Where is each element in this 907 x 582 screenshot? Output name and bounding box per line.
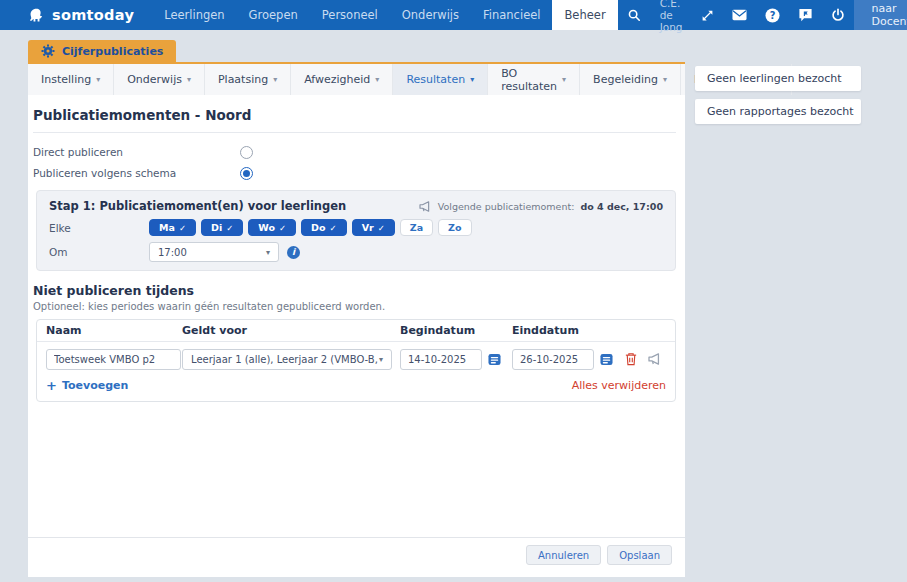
chevron-down-icon: ▾: [379, 355, 383, 364]
day-toggle-do[interactable]: Do✓: [301, 219, 347, 236]
time-select-value: 17:00: [158, 247, 187, 258]
subnav-item-resultaten[interactable]: Resultaten▾: [393, 64, 488, 95]
exclusions-table-header: Naam Geldt voor Begindatum Einddatum: [37, 320, 675, 342]
logout-power-icon[interactable]: [822, 0, 854, 30]
save-button[interactable]: Opslaan: [607, 545, 672, 565]
column-header-einddatum: Einddatum: [512, 324, 675, 337]
naar-docent-button[interactable]: naar Docent: [854, 0, 907, 30]
day-label: Di: [211, 222, 222, 233]
check-icon: ✓: [226, 223, 233, 233]
nav-item-groepen[interactable]: Groepen: [237, 0, 310, 30]
radio-row-direct: Direct publiceren: [33, 143, 685, 161]
begindatum-input[interactable]: [400, 349, 482, 370]
naam-input[interactable]: [46, 349, 181, 370]
chevron-down-icon: ▾: [187, 75, 191, 84]
elke-label: Elke: [49, 222, 149, 234]
day-label: Vr: [362, 222, 374, 233]
chevron-down-icon: ▾: [273, 75, 277, 84]
brand-name: somtoday: [52, 7, 134, 23]
gear-icon: [41, 44, 55, 58]
chevron-down-icon: ▾: [470, 75, 474, 84]
nav-item-personeel[interactable]: Personeel: [310, 0, 390, 30]
help-icon[interactable]: ?: [756, 0, 789, 30]
next-publication-moment: Volgende publicatiemoment: do 4 dec, 17:…: [419, 201, 663, 212]
main-menu: Leerlingen Groepen Personeel Onderwijs F…: [152, 0, 617, 30]
page-title: Publicatiemomenten - Noord: [33, 107, 676, 133]
user-name[interactable]: C.E. de Jong: [650, 0, 693, 30]
exclusions-subtitle: Optioneel: kies periodes waarin géén res…: [33, 301, 685, 312]
day-toggle-wo[interactable]: Wo✓: [248, 219, 296, 236]
sidebar-card-recent-rapportages[interactable]: Geen rapportages bezocht: [695, 99, 861, 124]
chevron-down-icon: ▾: [266, 248, 270, 257]
step1-title: Stap 1: Publicatiemoment(en) voor leerli…: [49, 199, 346, 213]
row-megaphone-icon[interactable]: [648, 353, 662, 365]
add-row-link[interactable]: + Toevoegen: [46, 379, 128, 392]
subnav-item-plaatsing[interactable]: Plaatsing▾: [205, 64, 291, 95]
radio-row-schema: Publiceren volgens schema: [33, 164, 685, 182]
subnav-label: Plaatsing: [218, 73, 268, 86]
chevron-down-icon: ▾: [96, 75, 100, 84]
begindatum-calendar-icon[interactable]: [488, 353, 501, 366]
step1-header: Stap 1: Publicatiemoment(en) voor leerli…: [49, 199, 663, 213]
nav-item-beheer[interactable]: Beheer: [552, 0, 617, 30]
subnav-label: Begeleiding: [593, 73, 658, 86]
subnav-label: Resultaten: [406, 73, 465, 86]
info-icon[interactable]: i: [287, 246, 300, 259]
subnav-label: Onderwijs: [127, 73, 182, 86]
main-panel: Publicatiemomenten - Noord Direct public…: [28, 95, 685, 577]
mail-icon[interactable]: [723, 0, 756, 30]
remove-all-link[interactable]: Alles verwijderen: [572, 379, 666, 392]
top-navbar: somtoday Leerlingen Groepen Personeel On…: [0, 0, 907, 30]
om-label: Om: [49, 246, 149, 258]
next-moment-label: Volgende publicatiemoment:: [438, 201, 575, 212]
radio-schema-label: Publiceren volgens schema: [33, 167, 240, 179]
nav-item-leerlingen[interactable]: Leerlingen: [152, 0, 236, 30]
om-row: Om 17:00 ▾ i: [49, 242, 663, 262]
subnav-label: BO resultaten: [501, 67, 557, 93]
day-toggle-za[interactable]: Za: [400, 219, 433, 236]
day-toggle-di[interactable]: Di✓: [201, 219, 243, 236]
column-header-naam: Naam: [37, 324, 182, 337]
sidebar-card-recent-leerlingen[interactable]: Geen leerlingen bezocht: [695, 66, 861, 91]
subnav-item-afwezigheid[interactable]: Afwezigheid▾: [291, 64, 393, 95]
einddatum-input[interactable]: [512, 349, 594, 370]
time-select[interactable]: 17:00 ▾: [149, 242, 279, 262]
chevron-down-icon: ▾: [375, 75, 379, 84]
megaphone-icon: [419, 201, 432, 212]
check-icon: ✓: [378, 223, 385, 233]
check-icon: ✓: [279, 223, 286, 233]
day-label: Zo: [448, 222, 461, 233]
day-toggle-vr[interactable]: Vr✓: [352, 219, 395, 236]
subnav: Instelling▾ Onderwijs▾ Plaatsing▾ Afwezi…: [28, 62, 685, 95]
einddatum-calendar-icon[interactable]: [600, 353, 613, 366]
day-toggle-zo[interactable]: Zo: [438, 219, 471, 236]
subnav-item-instelling[interactable]: Instelling▾: [28, 64, 114, 95]
subnav-item-begeleiding[interactable]: Begeleiding▾: [580, 64, 681, 95]
table-row: Leerjaar 1 (alle), Leerjaar 2 (VMBO-B, V…: [37, 342, 675, 376]
radio-publiceren-volgens-schema[interactable]: [240, 167, 253, 180]
somtoday-logo-icon: [28, 7, 45, 24]
brand[interactable]: somtoday: [0, 0, 152, 30]
day-label: Za: [410, 222, 423, 233]
search-icon[interactable]: [618, 0, 650, 30]
feedback-icon[interactable]: [789, 0, 822, 30]
tab-cijferpublicaties[interactable]: Cijferpublicaties: [28, 40, 176, 62]
add-row-label: Toevoegen: [62, 379, 128, 392]
radio-direct-label: Direct publiceren: [33, 146, 240, 158]
nav-item-onderwijs[interactable]: Onderwijs: [390, 0, 471, 30]
nav-item-financieel[interactable]: Financieel: [471, 0, 552, 30]
column-header-begindatum: Begindatum: [400, 324, 512, 337]
exclusions-title: Niet publiceren tijdens: [33, 283, 685, 298]
subnav-item-onderwijs[interactable]: Onderwijs▾: [114, 64, 205, 95]
subnav-item-bo-resultaten[interactable]: BO resultaten▾: [488, 64, 580, 95]
geldt-voor-select[interactable]: Leerjaar 1 (alle), Leerjaar 2 (VMBO-B, V…: [182, 349, 392, 370]
cancel-button[interactable]: Annuleren: [526, 545, 601, 565]
radio-direct-publiceren[interactable]: [240, 146, 253, 159]
fullscreen-expand-icon[interactable]: [692, 0, 723, 30]
day-toggle-ma[interactable]: Ma✓: [149, 219, 196, 236]
form-footer: Annuleren Opslaan: [28, 537, 685, 572]
step1-panel: Stap 1: Publicatiemoment(en) voor leerli…: [36, 190, 676, 271]
delete-row-trash-icon[interactable]: [625, 352, 637, 366]
plus-icon: +: [46, 380, 57, 391]
day-label: Ma: [159, 222, 175, 233]
